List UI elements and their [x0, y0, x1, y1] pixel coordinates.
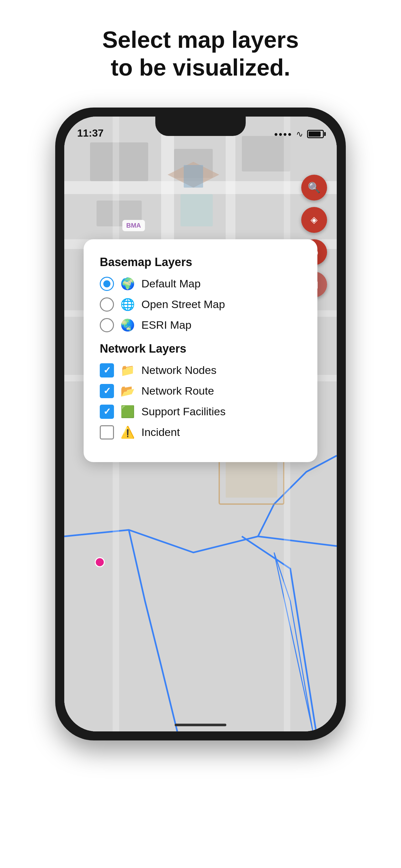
incident-option[interactable]: ⚠️ Incident: [100, 425, 301, 439]
incident-checkbox[interactable]: [100, 425, 114, 439]
support-facilities-icon: 🟩: [120, 405, 135, 418]
incident-icon: ⚠️: [120, 426, 135, 439]
page-title: Select map layers to be visualized.: [102, 26, 299, 82]
bma-badge: BMA: [122, 220, 145, 231]
network-section-title: Network Layers: [100, 342, 301, 355]
signal-icon: ●●●●: [274, 130, 292, 138]
esri-map-label: ESRI Map: [142, 319, 191, 331]
network-nodes-icon: 📁: [120, 364, 135, 377]
open-street-map-option[interactable]: 🌐 Open Street Map: [100, 298, 301, 312]
notch: [155, 117, 246, 136]
incident-label: Incident: [142, 426, 180, 438]
esri-map-icon: 🌏: [120, 318, 135, 332]
open-street-map-radio[interactable]: [100, 298, 114, 312]
basemap-section-title: Basemap Layers: [100, 255, 301, 269]
default-map-radio-inner: [103, 280, 111, 287]
phone-frame: BMA 11:37 ●●●● ∿ 🔍 ◈ ◎: [55, 107, 346, 740]
support-facilities-checkmark: ✓: [103, 407, 111, 416]
default-map-option[interactable]: 🌍 Default Map: [100, 277, 301, 291]
home-indicator: [175, 724, 226, 726]
network-route-label: Network Route: [142, 384, 214, 397]
wifi-icon: ∿: [296, 129, 303, 139]
support-facilities-option[interactable]: ✓ 🟩 Support Facilities: [100, 405, 301, 419]
svg-point-15: [95, 558, 104, 567]
layer-selection-modal: Basemap Layers 🌍 Default Map 🌐 Open Stre…: [84, 239, 317, 462]
network-nodes-label: Network Nodes: [142, 364, 216, 376]
open-street-map-label: Open Street Map: [142, 298, 225, 311]
status-time: 11:37: [77, 127, 104, 139]
network-route-checkbox[interactable]: ✓: [100, 384, 114, 398]
default-map-icon: 🌍: [120, 277, 135, 290]
network-route-option[interactable]: ✓ 📂 Network Route: [100, 384, 301, 398]
default-map-label: Default Map: [142, 277, 201, 290]
network-route-icon: 📂: [120, 384, 135, 398]
search-fab-button[interactable]: 🔍: [301, 175, 327, 200]
svg-rect-11: [184, 165, 203, 188]
open-street-map-icon: 🌐: [120, 298, 135, 311]
network-route-checkmark: ✓: [103, 386, 111, 396]
support-facilities-checkbox[interactable]: ✓: [100, 405, 114, 419]
search-fab-icon: 🔍: [308, 182, 320, 194]
network-nodes-option[interactable]: ✓ 📁 Network Nodes: [100, 363, 301, 377]
phone-screen: BMA 11:37 ●●●● ∿ 🔍 ◈ ◎: [64, 117, 337, 732]
layers-fab-icon: ◈: [311, 214, 318, 225]
esri-map-option[interactable]: 🌏 ESRI Map: [100, 318, 301, 332]
esri-map-radio[interactable]: [100, 318, 114, 332]
layers-fab-button[interactable]: ◈: [301, 207, 327, 233]
status-icons: ●●●● ∿: [274, 129, 324, 139]
battery-icon: [307, 130, 324, 138]
support-facilities-label: Support Facilities: [142, 405, 226, 418]
svg-rect-9: [181, 194, 213, 226]
network-nodes-checkmark: ✓: [103, 366, 111, 375]
default-map-radio[interactable]: [100, 277, 114, 291]
network-nodes-checkbox[interactable]: ✓: [100, 363, 114, 377]
